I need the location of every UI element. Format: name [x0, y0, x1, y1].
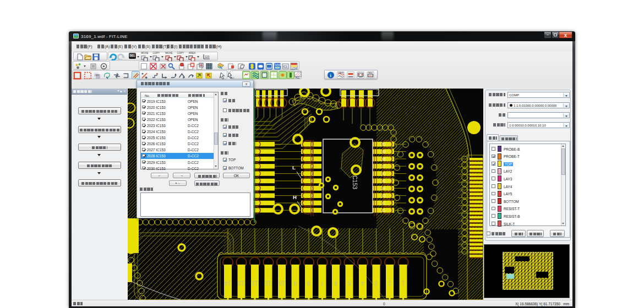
svg-text:14: 14 [225, 280, 231, 286]
svg-text:4: 4 [361, 280, 364, 286]
svg-text:9: 9 [264, 185, 266, 191]
svg-text:1: 1 [264, 200, 266, 206]
svg-text:5: 5 [264, 156, 266, 162]
svg-text:3: 3 [374, 280, 378, 286]
svg-text:OFF: OFF [95, 74, 100, 76]
svg-text:17: 17 [380, 163, 386, 169]
svg-text:9: 9 [311, 200, 314, 206]
svg-text:3: 3 [264, 141, 266, 147]
svg-text:15: 15 [380, 178, 386, 184]
svg-text:5: 5 [311, 170, 314, 177]
svg-text:10: 10 [279, 280, 285, 286]
svg-text:%: % [145, 76, 147, 79]
svg-text:12: 12 [252, 280, 258, 286]
svg-text:7: 7 [264, 170, 266, 176]
svg-text:8: 8 [264, 178, 266, 184]
svg-text:7: 7 [320, 280, 324, 286]
svg-text:11: 11 [265, 280, 271, 286]
svg-text:18: 18 [380, 156, 386, 162]
svg-text:11: 11 [381, 207, 386, 213]
svg-text:0: 0 [311, 207, 314, 213]
svg-text:IC1: IC1 [283, 65, 287, 68]
svg-text:ALL: ALL [231, 76, 235, 79]
svg-text:ALL: ALL [296, 76, 301, 79]
svg-text:4: 4 [311, 163, 314, 169]
svg-text:3: 3 [311, 156, 314, 162]
svg-text:6: 6 [334, 280, 337, 286]
svg-text:4: 4 [264, 148, 266, 154]
svg-text:13: 13 [238, 280, 245, 286]
svg-text:H: H [293, 194, 297, 200]
svg-text:WAVE: WAVE [339, 72, 345, 74]
svg-text:6: 6 [264, 163, 266, 169]
svg-text:20: 20 [380, 141, 386, 147]
svg-text:12: 12 [380, 200, 386, 206]
svg-text:2: 2 [388, 280, 391, 286]
svg-text:L: L [292, 164, 296, 170]
svg-text:1: 1 [401, 280, 405, 286]
svg-text:16: 16 [380, 171, 386, 177]
svg-text:14: 14 [380, 185, 386, 191]
svg-text:0: 0 [264, 193, 266, 198]
svg-text:8: 8 [307, 280, 310, 286]
svg-text:1: 1 [311, 141, 314, 147]
svg-text:2: 2 [311, 148, 314, 155]
svg-text:8: 8 [311, 193, 314, 199]
svg-text:19: 19 [380, 149, 386, 155]
svg-text:5: 5 [347, 280, 351, 286]
svg-text:13: 13 [380, 193, 386, 199]
svg-text:6: 6 [311, 178, 314, 184]
svg-text:1234: 1234 [291, 67, 297, 70]
svg-text:7: 7 [311, 185, 314, 191]
svg-text:PBW: PBW [368, 72, 373, 74]
svg-text:NAME: NAME [275, 64, 281, 67]
svg-text:123: 123 [205, 55, 210, 58]
svg-text:2: 2 [264, 207, 266, 213]
svg-text:9: 9 [293, 280, 297, 286]
